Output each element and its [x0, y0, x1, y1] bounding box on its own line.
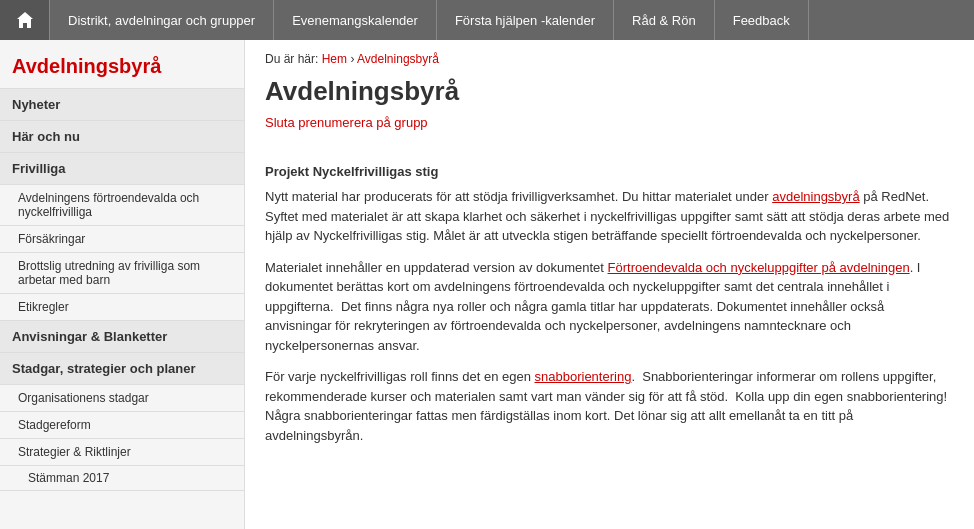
breadcrumb: Du är här: Hem › Avdelningsbyrå	[265, 52, 954, 66]
home-button[interactable]	[0, 0, 50, 40]
section-heading-projekt: Projekt Nyckelfrivilligas stig	[265, 164, 954, 179]
breadcrumb-home[interactable]: Hem	[322, 52, 347, 66]
nav-item-feedback[interactable]: Feedback	[715, 0, 809, 40]
nav-item-distrikt[interactable]: Distrikt, avdelningar och grupper	[50, 0, 274, 40]
sidebar-section-anvisningar[interactable]: Anvisningar & Blanketter	[0, 321, 244, 353]
link-avdelningsbyrå[interactable]: avdelningsbyrå	[772, 189, 859, 204]
sidebar-item-brottslig[interactable]: Brottslig utredning av frivilliga som ar…	[0, 253, 244, 294]
page-layout: Avdelningsbyrå Nyheter Här och nu Frivil…	[0, 40, 974, 529]
paragraph-2: Materialet innehåller en uppdaterad vers…	[265, 258, 954, 356]
sidebar-item-stamman[interactable]: Stämman 2017	[0, 466, 244, 491]
breadcrumb-current[interactable]: Avdelningsbyrå	[357, 52, 439, 66]
sidebar-section-frivilliga[interactable]: Frivilliga	[0, 153, 244, 185]
page-title: Avdelningsbyrå	[265, 76, 954, 107]
sidebar: Avdelningsbyrå Nyheter Här och nu Frivil…	[0, 40, 245, 529]
sidebar-item-stadgereform[interactable]: Stadgereform	[0, 412, 244, 439]
sidebar-item-strategier[interactable]: Strategier & Riktlinjer	[0, 439, 244, 466]
link-fortroendevalda[interactable]: Förtroendevalda och nyckeluppgifter på a…	[608, 260, 910, 275]
sidebar-item-org-stadgar[interactable]: Organisationens stadgar	[0, 385, 244, 412]
sidebar-item-etikregler[interactable]: Etikregler	[0, 294, 244, 321]
sidebar-title: Avdelningsbyrå	[0, 40, 244, 89]
link-snabborientering[interactable]: snabborientering	[535, 369, 632, 384]
sidebar-item-forsakringar[interactable]: Försäkringar	[0, 226, 244, 253]
sidebar-section-har-och-nu[interactable]: Här och nu	[0, 121, 244, 153]
sidebar-section-stadgar[interactable]: Stadgar, strategier och planer	[0, 353, 244, 385]
nav-item-forsta-hjalpen[interactable]: Första hjälpen -kalender	[437, 0, 614, 40]
paragraph-3: För varje nyckelfrivilligas roll finns d…	[265, 367, 954, 445]
sidebar-item-fortroendevalda[interactable]: Avdelningens förtroendevalda och nyckelf…	[0, 185, 244, 226]
sidebar-section-nyheter[interactable]: Nyheter	[0, 89, 244, 121]
nav-item-evenemang[interactable]: Evenemangskalender	[274, 0, 437, 40]
top-navigation: Distrikt, avdelningar och grupper Evenem…	[0, 0, 974, 40]
paragraph-1: Nytt material har producerats för att st…	[265, 187, 954, 246]
breadcrumb-prefix: Du är här:	[265, 52, 318, 66]
main-content: Du är här: Hem › Avdelningsbyrå Avdelnin…	[245, 40, 974, 529]
nav-item-rad-ron[interactable]: Råd & Rön	[614, 0, 715, 40]
subscribe-link[interactable]: Sluta prenumerera på grupp	[265, 115, 428, 130]
